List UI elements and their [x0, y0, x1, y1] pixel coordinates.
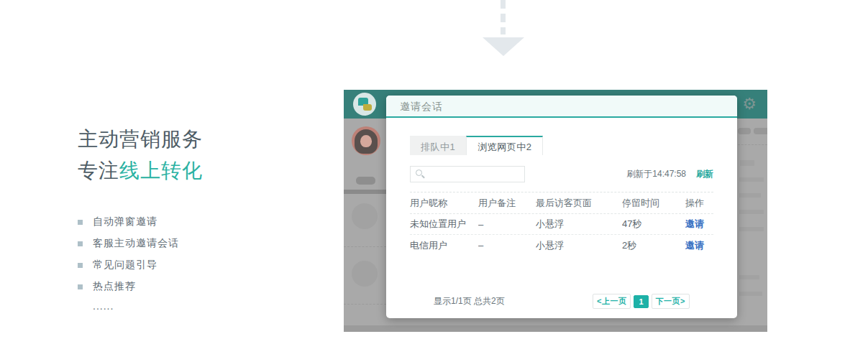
- placeholder-pill: [754, 128, 767, 134]
- refresh-button[interactable]: 刷新: [696, 168, 713, 180]
- avatar-face: [360, 135, 372, 147]
- page-summary: 显示1/1页 总共2页: [434, 295, 505, 307]
- scroll-down-arrow: [480, 0, 526, 56]
- window-bottom-strip: [344, 325, 767, 332]
- prev-page-button[interactable]: <上一页: [593, 294, 631, 309]
- invite-session-dialog: 邀请会话 排队中1 浏览网页中2 刷新于14:47:58 刷新: [386, 96, 737, 318]
- marketing-panel: 主动营销服务 专注线上转化 自动弹窗邀请 客服主动邀请会话 常见问题引导 热点推…: [78, 124, 315, 312]
- cell-last-page: 小悬浮: [536, 239, 622, 252]
- tab-browsing[interactable]: 浏览网页中2: [466, 136, 543, 155]
- cell-last-page: 小悬浮: [536, 218, 622, 231]
- ellipsis-text: ......: [78, 300, 315, 312]
- dialog-body: 排队中1 浏览网页中2 刷新于14:47:58 刷新 用户昵称: [410, 119, 713, 318]
- divider: [344, 304, 386, 305]
- bullet-square-icon: [78, 241, 83, 246]
- table-row: 电信用户 – 小悬浮 2秒 邀请: [410, 235, 713, 256]
- cell-note: –: [478, 240, 536, 251]
- table-header-row: 用户昵称 用户备注 最后访客页面 停留时间 操作: [410, 192, 713, 214]
- placeholder-bar: [344, 190, 387, 194]
- col-header-note: 用户备注: [478, 197, 536, 210]
- app-window: ⚙ 邀请会话 排队中1 浏览网页中2: [344, 90, 767, 332]
- gear-icon[interactable]: ⚙: [740, 95, 759, 113]
- placeholder-pill: [738, 128, 751, 134]
- col-header-action: 操作: [685, 197, 713, 210]
- placeholder-bar: [739, 210, 764, 214]
- bullet-square-icon: [78, 263, 83, 268]
- table-row: 未知位置用户 – 小悬浮 47秒 邀请: [410, 214, 713, 235]
- arrow-head: [483, 37, 524, 56]
- search-icon: [416, 170, 422, 176]
- bullet-square-icon: [78, 284, 83, 289]
- col-header-stay-time: 停留时间: [622, 197, 685, 210]
- dialog-title: 邀请会话: [386, 96, 737, 118]
- list-item: 热点推荐: [78, 276, 315, 297]
- headline-line2: 专注线上转化: [78, 155, 315, 187]
- tab-queuing[interactable]: 排队中1: [410, 136, 466, 155]
- headline-highlight: 线上转化: [119, 159, 203, 182]
- cell-stay-time: 47秒: [622, 218, 685, 231]
- placeholder-pill: [356, 177, 375, 185]
- col-header-last-page: 最后访客页面: [536, 197, 622, 210]
- list-item: 自动弹窗邀请: [78, 211, 315, 233]
- placeholder-bar: [739, 292, 762, 296]
- tab-bar: 排队中1 浏览网页中2: [410, 136, 713, 155]
- invite-link[interactable]: 邀请: [685, 240, 704, 251]
- current-page-button[interactable]: 1: [634, 295, 648, 308]
- dialog-footer: 显示1/1页 总共2页 <上一页 1 下一页>: [434, 294, 690, 309]
- placeholder-bar: [740, 160, 754, 166]
- bullet-square-icon: [78, 220, 83, 225]
- cell-note: –: [478, 219, 536, 230]
- col-header-nickname: 用户昵称: [410, 197, 478, 210]
- placeholder-bar: [739, 177, 764, 182]
- visitor-table: 用户昵称 用户备注 最后访客页面 停留时间 操作 未知位置用户 – 小悬浮 47…: [410, 192, 713, 256]
- cell-nickname: 电信用户: [410, 239, 478, 252]
- page-title: 主动营销服务 专注线上转化: [78, 124, 315, 187]
- placeholder-avatar-circle: [352, 261, 378, 287]
- divider: [738, 144, 767, 145]
- cell-stay-time: 2秒: [622, 239, 685, 252]
- list-item: 常见问题引导: [78, 254, 315, 276]
- invite-link[interactable]: 邀请: [685, 218, 704, 229]
- cell-nickname: 未知位置用户: [410, 218, 478, 231]
- agent-avatar: [352, 126, 380, 155]
- next-page-button[interactable]: 下一页>: [652, 294, 690, 309]
- placeholder-bar: [739, 275, 759, 279]
- refresh-timestamp: 刷新于14:47:58: [626, 168, 686, 180]
- refresh-area: 刷新于14:47:58 刷新: [626, 168, 713, 180]
- toolbar: 刷新于14:47:58 刷新: [410, 166, 713, 182]
- feature-list: 自动弹窗邀请 客服主动邀请会话 常见问题引导 热点推荐 ......: [78, 211, 315, 312]
- pagination: <上一页 1 下一页>: [590, 294, 690, 309]
- list-item: 客服主动邀请会话: [78, 233, 315, 254]
- placeholder-bar: [739, 193, 761, 198]
- headline-line1: 主动营销服务: [78, 124, 315, 155]
- search-input[interactable]: [410, 166, 525, 182]
- placeholder-avatar-circle: [352, 203, 378, 229]
- placeholder-bar: [739, 227, 764, 231]
- divider: [344, 246, 386, 247]
- logo-bubble-yellow: [363, 104, 372, 111]
- page: 主动营销服务 专注线上转化 自动弹窗邀请 客服主动邀请会话 常见问题引导 热点推…: [0, 0, 868, 362]
- search-box: [410, 166, 525, 182]
- arrow-dashed-line: [501, 0, 506, 34]
- app-logo-icon: [353, 93, 376, 116]
